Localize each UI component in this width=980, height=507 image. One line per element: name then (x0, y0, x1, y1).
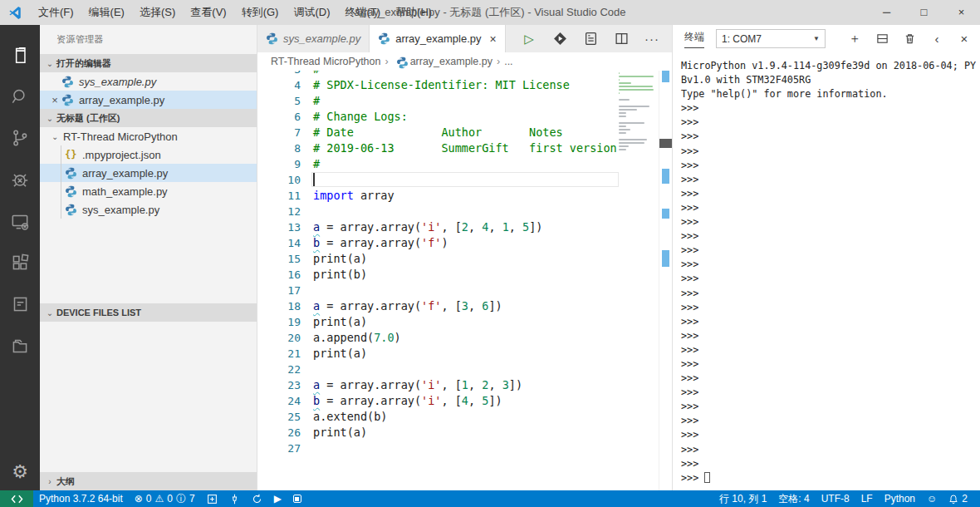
python-file-icon (396, 57, 407, 67)
terminal-prompt-line: >>> (681, 372, 980, 386)
breadcrumb-item[interactable]: ... (504, 56, 512, 67)
tab-label: sys_example.py (283, 32, 360, 45)
file-name: array_example.py (79, 94, 164, 106)
terminal-prompt-line: >>> (681, 201, 980, 215)
notifications-bell[interactable]: 2 (943, 493, 973, 505)
more-actions-icon[interactable]: ··· (644, 31, 660, 47)
stop-icon[interactable] (287, 495, 307, 503)
close-button[interactable]: × (943, 0, 980, 25)
notebook-icon[interactable] (0, 283, 40, 325)
remote-device-icon[interactable] (0, 200, 40, 242)
menu-item[interactable]: 编辑(E) (81, 0, 132, 25)
editor-tab[interactable]: sys_example.py (257, 25, 370, 52)
minimap-line (619, 129, 630, 130)
binary-file-icon[interactable] (582, 31, 599, 47)
tree-item[interactable]: math_example.py (40, 182, 257, 200)
encoding[interactable]: UTF-8 (816, 493, 855, 505)
feedback-smiley-icon[interactable]: ☺ (921, 493, 943, 505)
run-icon[interactable]: ▶ (268, 493, 287, 505)
close-tab-icon[interactable]: × (490, 32, 497, 46)
open-editor-item[interactable]: ×array_example.py (40, 91, 257, 109)
cursor-position[interactable]: 行 10, 列 1 (713, 492, 772, 506)
language-mode[interactable]: Python (879, 493, 921, 505)
open-editor-item[interactable]: sys_example.py (40, 72, 257, 91)
menu-item[interactable]: 查看(V) (183, 0, 233, 25)
terminal-prompt-line: >>> (681, 400, 980, 414)
code-line: 18a = array.array('f', [3, 6]) (257, 298, 672, 314)
code-editor[interactable]: 3#4# SPDX-License-Identifier: MIT Licens… (257, 71, 672, 490)
sync-icon[interactable] (246, 494, 268, 505)
line-number: 23 (257, 377, 301, 393)
tree-item[interactable]: {}.mpyproject.json (40, 145, 257, 164)
add-box-icon[interactable] (201, 494, 223, 505)
explorer-icon[interactable] (0, 34, 40, 76)
source-control-icon[interactable] (0, 117, 40, 159)
python-interpreter[interactable]: Python 3.7.2 64-bit (33, 493, 129, 505)
terminal-prompt-line: >>> (681, 116, 980, 130)
line-number: 6 (257, 109, 301, 125)
menu-item[interactable]: 调试(D) (286, 0, 337, 25)
code-text: # SPDX-License-Identifier: MIT License (301, 77, 570, 93)
minimap-line (619, 86, 653, 87)
editor-group: sys_example.pyarray_example.py× ▷ ··· RT… (257, 25, 673, 490)
debug-icon[interactable] (0, 159, 40, 200)
terminal-input-line[interactable]: >>> (681, 471, 980, 485)
tree-item[interactable]: sys_example.py (40, 200, 257, 219)
tree-root-folder[interactable]: ⌄ RT-Thread MicroPython (40, 127, 257, 145)
split-terminal-icon[interactable] (875, 32, 889, 47)
split-editor-icon[interactable] (613, 31, 630, 47)
extensions-icon[interactable] (0, 242, 40, 283)
terminal-output[interactable]: MicroPython v1.9.4-114-g309fe39d on 2018… (673, 52, 980, 490)
indent-setting[interactable]: 空格: 4 (772, 492, 815, 506)
terminal-select[interactable]: 1: COM7 ▼ (716, 29, 826, 48)
workspace-header[interactable]: ⌄ 无标题 (工作区) (40, 109, 257, 127)
menu-item[interactable]: 选择(S) (132, 0, 183, 25)
scrollbar-thumb[interactable] (659, 139, 672, 148)
minimize-button[interactable]: ─ (868, 0, 905, 25)
close-file-icon[interactable]: × (48, 94, 61, 106)
code-line: 15print(a) (257, 251, 672, 267)
terminal-prompt-line: >>> (681, 443, 980, 457)
device-files-header[interactable]: ⌄ DEVICE FILES LIST (40, 303, 257, 322)
close-panel-icon[interactable]: × (957, 32, 972, 47)
run-python-file-icon[interactable]: ▷ (521, 31, 537, 47)
outline-header[interactable]: › 大纲 (40, 472, 257, 490)
eol-setting[interactable]: LF (855, 493, 879, 505)
maximize-button[interactable]: □ (905, 0, 943, 25)
editor-tab[interactable]: array_example.py× (370, 25, 506, 52)
open-editors-header[interactable]: ⌄ 打开的编辑器 (40, 54, 257, 72)
menu-item[interactable]: 文件(F) (31, 0, 81, 25)
code-line: 7# Date Author Notes (257, 125, 672, 140)
usb-plug-icon[interactable] (223, 494, 246, 505)
search-icon[interactable] (0, 76, 40, 117)
terminal-line: Type "help()" for more information. (681, 87, 980, 101)
line-number: 20 (257, 330, 301, 346)
code-text: # (301, 71, 320, 77)
project-files-icon[interactable] (0, 325, 40, 367)
overview-ruler[interactable] (659, 71, 672, 490)
warning-icon: ⚠ (154, 493, 164, 505)
terminal-prompt-line: >>> (681, 258, 980, 272)
breadcrumb-item[interactable]: RT-Thread MicroPython (271, 56, 380, 67)
breadcrumb[interactable]: RT-Thread MicroPython›array_example.py›.… (257, 52, 672, 71)
new-terminal-icon[interactable]: ＋ (847, 32, 862, 47)
settings-gear-icon[interactable]: ⚙ (0, 454, 40, 490)
tree-item[interactable]: array_example.py (40, 164, 257, 182)
remote-indicator[interactable] (0, 490, 33, 507)
terminal-tab[interactable]: 终端 (684, 30, 704, 48)
code-text (301, 283, 313, 298)
chevron-left-icon[interactable]: ‹ (929, 32, 944, 47)
minimap[interactable] (619, 72, 655, 155)
terminal-prompt-line: >>> (681, 173, 980, 187)
menu-item[interactable]: 转到(G) (234, 0, 287, 25)
title-bar: 文件(F)编辑(E)选择(S)查看(V)转到(G)调试(D)终端(T)帮助(H)… (0, 0, 980, 25)
python-file-icon (61, 94, 74, 106)
code-line: 21print(a) (257, 346, 672, 362)
problems-status[interactable]: ⊗0 ⚠0 ⓘ7 (129, 492, 201, 506)
ruler-mark (662, 250, 669, 267)
kill-terminal-trash-icon[interactable] (902, 32, 917, 47)
text-cursor (313, 173, 315, 186)
error-icon: ⊗ (135, 493, 143, 505)
debug-run-icon[interactable] (551, 31, 568, 47)
breadcrumb-item[interactable]: array_example.py (410, 56, 492, 67)
